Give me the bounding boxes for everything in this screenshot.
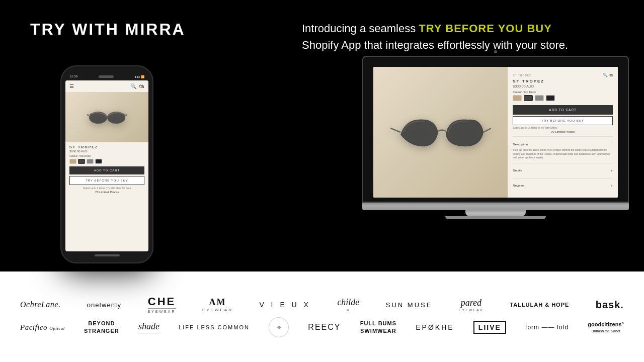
brand-logos-row-2: Pacifico Optical BEYONDSTRANGER shade LI… <box>20 317 624 337</box>
laptop-swatch-grey[interactable] <box>535 95 544 101</box>
laptop-desc-text: Step out onto the azure ocean of St Trop… <box>513 148 613 160</box>
laptop-swatch-tan[interactable] <box>513 95 522 101</box>
laptop-try-before-buy-button[interactable]: TRY BEFORE YOU BUY <box>513 116 613 125</box>
phone-navbar: ☰ 🔍 🛍 <box>65 80 148 92</box>
laptop-screen-area: ST TROPEZ 🔍 🛍 ST TROPEZ $300.00 AUD Colo… <box>362 56 629 203</box>
laptop-accordion-details[interactable]: Details + <box>513 166 613 175</box>
right-panel: Introducing a seamless TRY BEFORE YOU BU… <box>272 20 614 53</box>
intro-text: Introducing a seamless <box>302 22 419 35</box>
swatch-dark[interactable] <box>78 159 85 164</box>
phone-colour-label: Colour: Top Deck <box>69 154 144 157</box>
phone-product-name: ST TROPEZ <box>69 145 144 149</box>
brand-life-less-common: LIFE LESS COMMON <box>179 324 250 330</box>
brand-pacifico: Pacifico Optical <box>20 323 65 332</box>
brand-pared: pared EYEWEAR <box>459 298 484 312</box>
laptop-camera <box>494 50 497 53</box>
laptop-screen-content: ST TROPEZ 🔍 🛍 ST TROPEZ $300.00 AUD Colo… <box>373 67 618 198</box>
phone-add-to-cart-button[interactable]: ADD TO CART <box>69 166 144 174</box>
brand-logos-row-1: OchreLane. onetwenty CHE EYEWEAR AM EYEW… <box>20 296 624 313</box>
swatch-black[interactable] <box>95 159 102 164</box>
hero-headline: Introducing a seamless TRY BEFORE YOU BU… <box>302 20 614 53</box>
brand-vieux: V I E U X <box>259 301 311 309</box>
brand-bask: bask. <box>596 299 624 311</box>
brand-title: TRY WITH MIRRA <box>30 20 272 39</box>
laptop-details-label: Details <box>513 169 522 172</box>
laptop-limited-pieces: 70 Limited Pieces <box>513 130 613 133</box>
laptop-base <box>362 203 629 210</box>
laptop-accordion-description[interactable]: Description − <box>513 140 613 148</box>
svg-rect-4 <box>106 116 108 118</box>
laptop-swatch-dark[interactable] <box>524 95 533 101</box>
phone-product-price: $300.00 AUD <box>69 150 144 153</box>
highlight-text: TRY BEFORE YOU BUY <box>419 22 552 35</box>
phone-select-text: Select up to 3 items. Try with Mirra for… <box>69 187 144 190</box>
laptop-product-price: $300.00 AUD <box>513 84 613 88</box>
laptop-product-sidebar: ST TROPEZ 🔍 🛍 ST TROPEZ $300.00 AUD Colo… <box>508 67 618 198</box>
svg-line-6 <box>125 115 127 116</box>
laptop-swatch-black[interactable] <box>546 95 555 101</box>
phone-swatches <box>69 159 144 164</box>
laptop-product-image <box>373 67 508 198</box>
brand-am-eyewear: AM EYEWEAR <box>202 297 233 312</box>
laptop-try-link: Select up to 3 items to try with Mirra <box>513 126 613 129</box>
phone-sunglasses-svg <box>87 109 127 126</box>
swatch-grey[interactable] <box>87 159 94 164</box>
brand-epokhe: EPØKHE <box>416 323 454 331</box>
phone-mockup: 12:50 ●●● 📶 ☰ 🔍 🛍 <box>60 65 153 263</box>
brand-full-bums: FULL BUMSSWIMWEAR <box>360 320 396 335</box>
laptop-stand <box>465 210 526 216</box>
hero-section: TRY WITH MIRRA Introducing a seamless TR… <box>0 0 644 272</box>
laptop-mockup: ST TROPEZ 🔍 🛍 ST TROPEZ $300.00 AUD Colo… <box>362 50 629 219</box>
brand-ochrelane: OchreLane. <box>20 300 60 309</box>
brand-logos-section: OchreLane. onetwenty CHE EYEWEAR AM EYEW… <box>0 272 644 362</box>
phone-screen: ☰ 🔍 🛍 <box>65 80 148 251</box>
phone-status-bar: 12:50 ●●● 📶 <box>65 72 148 80</box>
swatch-tan[interactable] <box>69 159 76 164</box>
brand-childe: childe ∞ <box>337 297 359 312</box>
brand-form-fold: form —— fold <box>525 324 569 331</box>
brand-beyond-stranger: BEYONDSTRANGER <box>84 320 119 335</box>
phone-home-indicator <box>95 254 120 256</box>
phone-product-image <box>65 92 148 142</box>
brand-onetwenty: onetwenty <box>87 301 121 309</box>
svg-line-7 <box>390 128 400 132</box>
brand-reecy: REECY <box>308 323 341 332</box>
phone-product-info: ST TROPEZ $300.00 AUD Colour: Top Deck A… <box>65 142 148 197</box>
brand-liive: LIIVE <box>473 321 506 334</box>
laptop-accordion-reviews[interactable]: Reviews + <box>513 182 613 190</box>
brand-shade: shade <box>138 321 159 333</box>
brand-goodcitizens: goodcitizens°Untrash the planet <box>588 321 624 333</box>
left-panel: TRY WITH MIRRA <box>30 20 272 59</box>
laptop-add-to-cart-button[interactable]: ADD TO CART <box>513 105 613 115</box>
laptop-swatches <box>513 95 613 101</box>
body-text: Shopify App that integrates effortlessly… <box>302 39 568 51</box>
laptop-sunglasses-svg <box>390 107 491 157</box>
laptop-colour-label: Colour: Top Deck <box>513 90 613 94</box>
phone-time: 12:50 <box>69 74 77 78</box>
laptop-reviews-label: Reviews <box>513 184 524 187</box>
svg-line-5 <box>87 115 89 116</box>
phone-try-before-buy-button[interactable]: TRY BEFORE YOU BUY <box>69 176 144 185</box>
laptop-foot <box>445 216 546 219</box>
brand-unknown-circle: ✦ <box>269 317 289 337</box>
phone-limited-pieces: 70 Limited Pieces <box>69 191 144 194</box>
laptop-product-name: ST TROPEZ <box>513 79 613 83</box>
brand-sun-muse: SUN MUSE <box>386 301 433 309</box>
svg-line-8 <box>484 128 491 132</box>
brand-tallulah-hope: TALLULAH & HOPE <box>510 302 569 308</box>
laptop-description-label: Description <box>513 143 528 146</box>
brand-che: CHE EYEWEAR <box>148 296 176 313</box>
